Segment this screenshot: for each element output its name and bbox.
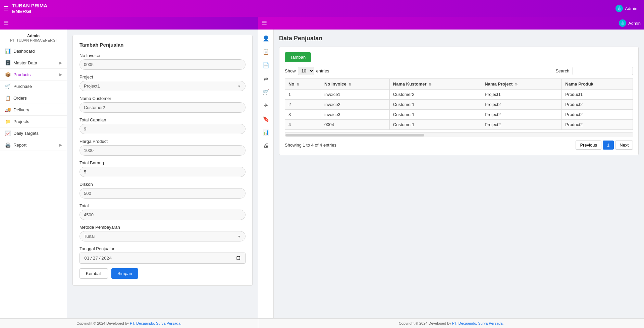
sidebar-item-dashboard[interactable]: 📊 Dashboard — [0, 45, 67, 57]
col-no-invoice: No Invoice ⇅ — [321, 79, 390, 90]
sidebar-item-purchase[interactable]: 🛒 Purchase — [0, 80, 67, 92]
sort-no-icon[interactable]: ⇅ — [297, 83, 299, 86]
sidebar-icon-list[interactable]: 📄 — [260, 59, 272, 71]
sidebar-icon-user[interactable]: 👤 — [260, 32, 272, 44]
total-input[interactable] — [79, 210, 246, 220]
tambah-button[interactable]: Tambah — [285, 52, 311, 62]
right-drop-icon — [619, 19, 626, 27]
products-icon: 📦 — [5, 72, 11, 77]
harga-product-input[interactable] — [79, 145, 246, 156]
projects-icon: 📁 — [5, 119, 11, 124]
search-box: Search: — [555, 67, 633, 75]
sidebar-label-delivery: Delivery — [13, 107, 29, 112]
harga-product-label: Harga Product — [79, 139, 246, 144]
cell-nama-project: Project1 — [481, 90, 562, 100]
metode-pembayaran-label: Metode Pembayaran — [79, 225, 246, 230]
sort-kustomer-icon[interactable]: ⇅ — [429, 83, 431, 86]
sort-project-icon[interactable]: ⇅ — [515, 83, 518, 86]
sidebar-item-report[interactable]: 🖨️ Report ▶ — [0, 139, 67, 151]
left-footer-link[interactable]: PT. Decaaindo. Surya Persada. — [130, 321, 181, 325]
no-invoice-input[interactable] — [79, 59, 246, 70]
save-button[interactable]: Simpan — [111, 268, 138, 279]
total-barang-label: Total Barang — [79, 160, 246, 165]
nama-customer-label: Nama Customer — [79, 96, 246, 101]
delivery-icon: 🚚 — [5, 107, 11, 112]
harga-product-group: Harga Product — [79, 139, 246, 156]
navbar-toggle-icon[interactable]: ☰ — [3, 5, 9, 12]
data-card: Tambah Show 10 25 50 entries — [279, 47, 639, 155]
left-subnav: ☰ — [0, 17, 258, 30]
right-layout: 👤 📋 📄 ⇄ 🛒 ✈ 🔖 📊 🖨 Data Penjualan Tambah — [258, 30, 644, 318]
right-subnav-right: Admin — [619, 19, 641, 27]
metode-pembayaran-select-wrap: Tunai Transfer Kredit — [79, 231, 246, 241]
sidebar-item-projects[interactable]: 📁 Projects — [0, 116, 67, 127]
sidebar-item-master-data[interactable]: 🗄️ Master Data ▶ — [0, 57, 67, 69]
total-group: Total — [79, 203, 246, 220]
sidebar-label-purchase: Purchase — [13, 84, 32, 89]
diskon-label: Diskon — [79, 182, 246, 187]
sidebar-icon-send[interactable]: ✈ — [260, 99, 272, 111]
project-select[interactable]: Project1 Project2 Project3 — [79, 81, 246, 91]
total-barang-input[interactable] — [79, 167, 246, 177]
master-data-icon: 🗄️ — [5, 60, 11, 65]
right-footer-link[interactable]: PT. Decaaindo. Surya Persada. — [452, 321, 503, 325]
report-icon: 🖨️ — [5, 142, 11, 148]
sidebar-item-orders[interactable]: 📋 Orders — [0, 92, 67, 104]
show-label: Show — [285, 68, 296, 73]
showing-text: Showing 1 to 4 of 4 entries — [285, 143, 336, 148]
sidebar-label-products: Products — [13, 72, 31, 77]
left-subnav-hamburger[interactable]: ☰ — [3, 19, 9, 27]
sidebar-icon-chart[interactable]: 📊 — [260, 126, 272, 138]
sidebar-item-products[interactable]: 📦 Products ▶ — [0, 69, 67, 80]
right-subnav-hamburger[interactable]: ☰ — [262, 19, 267, 27]
metode-pembayaran-select[interactable]: Tunai Transfer Kredit — [79, 231, 246, 241]
right-subnav: ☰ Admin — [258, 17, 644, 30]
cell-nama-kustomer: Customer1 — [389, 110, 481, 120]
sidebar-item-daily-targets[interactable]: 📈 Daily Targets — [0, 127, 67, 139]
tanggal-penjualan-group: Tanggal Penjualan — [79, 246, 246, 264]
right-main: Data Penjualan Tambah Show 10 25 50 entr… — [274, 30, 644, 318]
back-button[interactable]: Kembali — [79, 268, 108, 279]
sidebar-icon-cart[interactable]: 🛒 — [260, 86, 272, 98]
sidebar-icon-table[interactable]: 📋 — [260, 46, 272, 58]
total-capaian-input[interactable] — [79, 124, 246, 134]
form-area: Tambah Penjualan No Invoice Project Proj… — [67, 30, 258, 318]
project-select-wrap: Project1 Project2 Project3 — [79, 81, 246, 91]
table-row: 2 invoice2 Customer1 Project2 Product2 — [285, 100, 633, 110]
purchase-icon: 🛒 — [5, 84, 11, 89]
right-panel: ☰ Admin 👤 📋 📄 ⇄ 🛒 ✈ 🔖 📊 🖨 Data Pen — [258, 17, 644, 328]
cell-no: 1 — [285, 90, 321, 100]
cell-nama-kustomer: Customer1 — [389, 120, 481, 130]
sidebar-username: Admin — [3, 34, 64, 38]
sidebar-icon-print[interactable]: 🖨 — [260, 140, 272, 152]
project-group: Project Project1 Project2 Project3 — [79, 74, 246, 91]
sidebar-label-master-data: Master Data — [13, 60, 37, 65]
top-navbar: ☰ TUBAN PRIMA ENERGI Admin — [0, 0, 644, 17]
sidebar-icon-bookmark[interactable]: 🔖 — [260, 113, 272, 125]
master-data-arrow-icon: ▶ — [59, 61, 62, 65]
nama-customer-input[interactable] — [79, 102, 246, 113]
daily-targets-icon: 📈 — [5, 130, 11, 136]
col-no: No ⇅ — [285, 79, 321, 90]
cell-nama-produk: Product2 — [562, 110, 633, 120]
page-1-button[interactable]: 1 — [603, 141, 614, 150]
col-nama-produk: Nama Produk — [562, 79, 633, 90]
entries-select[interactable]: 10 25 50 — [298, 67, 314, 75]
cell-no-invoice: 0004 — [321, 120, 390, 130]
tanggal-penjualan-input[interactable] — [79, 253, 246, 264]
sort-invoice-icon[interactable]: ⇅ — [348, 83, 351, 86]
next-button[interactable]: Next — [615, 141, 633, 150]
sidebar-item-delivery[interactable]: 🚚 Delivery — [0, 104, 67, 116]
sidebar-icon-arrows[interactable]: ⇄ — [260, 72, 272, 85]
no-invoice-label: No Invoice — [79, 53, 246, 58]
col-nama-kustomer: Nama Kustomer ⇅ — [389, 79, 481, 90]
diskon-input[interactable] — [79, 188, 246, 199]
left-content-area: Admin PT. TUBAN PRIMA ENERGI 📊 Dashboard… — [0, 30, 258, 318]
search-input[interactable] — [573, 67, 633, 75]
table-scroll-bar[interactable] — [285, 132, 633, 137]
cell-nama-project: Project2 — [481, 100, 562, 110]
cell-no-invoice: invoice3 — [321, 110, 390, 120]
sidebar-label-daily-targets: Daily Targets — [13, 131, 39, 136]
previous-button[interactable]: Previous — [576, 141, 601, 150]
table-controls: Show 10 25 50 entries Search: — [285, 67, 633, 75]
